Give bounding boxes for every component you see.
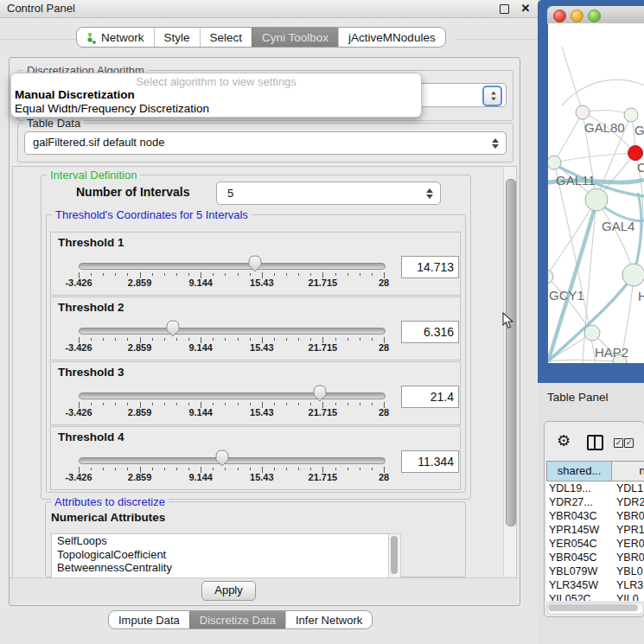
scrollbar-thumb[interactable] (506, 179, 516, 526)
threshold-panel-2: Threshold 2-3.4262.8599.14415.4321.71528… (50, 296, 461, 360)
cell-shared-name: YLR345W (546, 578, 612, 592)
table-data-value: galFiltered.sif default node (33, 132, 164, 153)
tab-network[interactable]: Network (77, 28, 154, 47)
threshold-value-field[interactable]: 14.713 (401, 256, 459, 278)
split-columns-icon[interactable] (587, 435, 603, 450)
attribute-list-item[interactable]: TopologicalCoefficient (52, 548, 389, 562)
spinner-arrows-icon[interactable] (426, 188, 433, 199)
table-row[interactable]: YBR043CYBR0 (546, 509, 644, 523)
popup-item-equal-width[interactable]: Equal Width/Frequency Discretization (15, 102, 209, 115)
scrollbar-thumb[interactable] (391, 536, 398, 574)
cell-shared-name: YPR145W (546, 523, 612, 537)
cell-name: YER0 (612, 537, 644, 551)
tab-cyni-toolbox[interactable]: Cyni Toolbox (252, 28, 338, 47)
close-icon[interactable]: ✕ (519, 0, 532, 17)
slider-track[interactable] (79, 392, 386, 399)
horizontal-scrollbar[interactable] (546, 603, 644, 615)
table-row[interactable]: YER054CYER0 (546, 537, 644, 551)
table-row[interactable]: YDL19...YDL1 (546, 481, 644, 495)
network-node[interactable] (584, 325, 600, 341)
tab-style[interactable]: Style (154, 28, 200, 47)
table-row[interactable]: YLR345WYLR3 (546, 578, 644, 592)
network-node[interactable] (622, 264, 644, 286)
number-of-intervals-combobox[interactable]: 5 (216, 182, 441, 205)
tick-label: 21.715 (296, 342, 348, 353)
list-scrollbar[interactable] (388, 533, 401, 578)
tick-label: -3.426 (53, 407, 105, 418)
threshold-label: Threshold 4 (58, 430, 124, 443)
float-window-icon[interactable] (500, 4, 509, 14)
tab-label: jActiveMNodules (348, 31, 436, 44)
network-edge[interactable] (554, 153, 635, 163)
network-window-titlebar[interactable] (547, 6, 644, 24)
threshold-value-field[interactable]: 21.4 (401, 386, 459, 408)
network-node-label: GAL11 (556, 173, 596, 188)
slider-thumb[interactable] (166, 320, 180, 337)
slider-track[interactable] (79, 263, 386, 270)
threshold-label: Threshold 2 (58, 301, 124, 314)
control-panel-title: Control Panel (7, 0, 75, 17)
minimize-traffic-light-icon[interactable] (571, 10, 583, 22)
divider (0, 39, 76, 40)
slider-thumb[interactable] (248, 255, 262, 272)
spinner-arrows-icon[interactable] (492, 138, 499, 149)
threshold-value-field[interactable]: 6.316 (401, 321, 459, 343)
tab-discretize-data[interactable]: Discretize Data (189, 611, 285, 628)
control-panel-titlebar: Control Panel (0, 0, 538, 18)
zoom-traffic-light-icon[interactable] (588, 10, 601, 22)
table-row[interactable]: YBL079WYBL0 (546, 564, 644, 578)
column-header-shared-name[interactable]: shared... (546, 461, 612, 481)
table-row[interactable]: YPR145WYPR1 (546, 523, 644, 537)
apply-button[interactable]: Apply (201, 581, 256, 601)
network-node[interactable] (548, 270, 553, 284)
slider-track[interactable] (79, 328, 386, 335)
network-edge[interactable] (554, 112, 583, 163)
network-node[interactable] (576, 105, 590, 119)
network-edge[interactable] (562, 80, 644, 105)
network-node[interactable] (624, 108, 638, 122)
checkbox-icon[interactable]: ✓ (624, 438, 634, 448)
popup-item-manual-discretization[interactable]: Manual Discretization (15, 88, 135, 101)
slider-thumb[interactable] (215, 450, 229, 467)
cell-shared-name: YDL19... (546, 481, 612, 495)
network-icon (86, 31, 97, 44)
checkbox-icon[interactable]: ✓ (614, 438, 623, 448)
network-node[interactable] (628, 146, 643, 161)
tick-label: 2.859 (114, 407, 166, 418)
close-traffic-light-icon[interactable] (553, 10, 566, 22)
table-body[interactable]: YDL19...YDL1YDR27...YDR2YBR043CYBR0YPR14… (546, 481, 644, 601)
threshold-value-field[interactable]: 11.344 (401, 450, 459, 473)
network-edge-highlighted[interactable] (634, 193, 641, 275)
column-header-name[interactable]: n (611, 461, 644, 481)
network-edge[interactable] (596, 200, 634, 275)
button-strip (10, 577, 518, 604)
tab-infer-network[interactable]: Infer Network (285, 611, 372, 628)
table-row[interactable]: YDR27...YDR2 (546, 495, 644, 509)
network-node[interactable] (548, 156, 561, 169)
table-data-combobox[interactable]: galFiltered.sif default node (24, 131, 507, 155)
group-title: Interval Definition (47, 169, 140, 182)
tab-impute-data[interactable]: Impute Data (109, 611, 189, 628)
combobox-arrow-button[interactable] (482, 86, 502, 106)
cell-name: YIL0 (612, 592, 639, 601)
cell-shared-name: YDR27... (546, 495, 612, 509)
network-node[interactable] (585, 188, 608, 211)
attribute-list-item[interactable]: BetweennessCentrality (52, 561, 389, 575)
tab-select[interactable]: Select (200, 28, 252, 47)
network-node-label: GCY1 (549, 288, 584, 303)
network-canvas[interactable]: GAL80GACGAL11GAL4GCY1HHAP2 (548, 23, 644, 363)
threshold-panel-1: Threshold 1-3.4262.8599.14415.4321.71528… (50, 232, 461, 296)
tab-jactivemnodules[interactable]: jActiveMNodules (338, 28, 445, 47)
scrollbar-thumb[interactable] (548, 604, 638, 611)
tick-label: 21.715 (296, 277, 348, 288)
numerical-attributes-list[interactable]: SelfLoopsTopologicalCoefficientBetweenne… (51, 533, 390, 578)
slider-track[interactable] (79, 457, 386, 464)
vertical-scrollbar[interactable] (503, 167, 516, 576)
table-row[interactable]: YBR045CYBR0 (546, 551, 644, 564)
attribute-list-item[interactable]: SelfLoops (52, 534, 389, 548)
table-row[interactable]: YIL052CYIL0 (546, 592, 644, 601)
slider-thumb[interactable] (313, 385, 327, 402)
network-edge[interactable] (548, 360, 620, 361)
tick-label: 9.144 (175, 472, 226, 482)
gear-icon[interactable]: ⚙ (557, 431, 571, 450)
